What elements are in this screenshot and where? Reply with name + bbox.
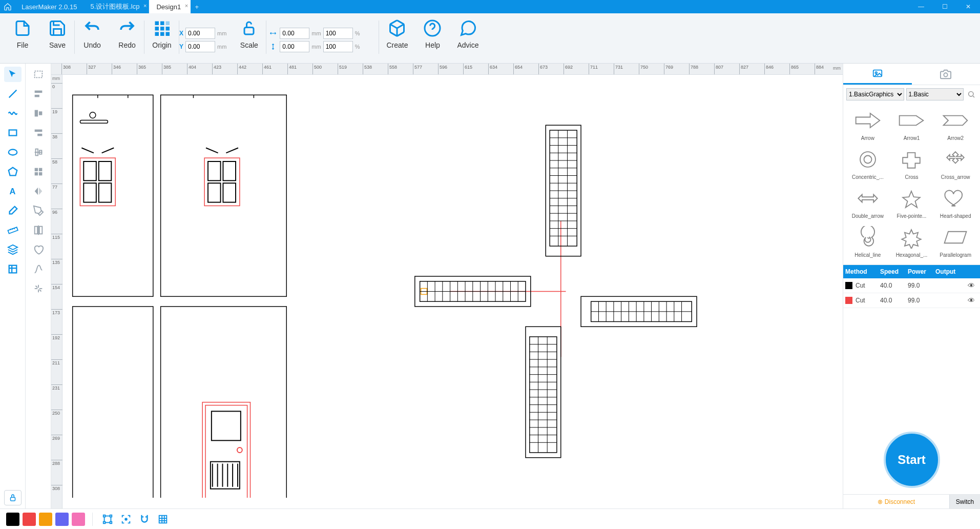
svg-rect-73 — [223, 183, 236, 202]
pen-tool[interactable] — [30, 203, 47, 218]
shape-helical-line[interactable]: Helical_line — [846, 222, 889, 260]
distribute-tool[interactable] — [30, 222, 47, 238]
svg-rect-28 — [34, 110, 37, 117]
tab-file-2[interactable]: Design1 × — [149, 0, 191, 13]
rect-tool[interactable] — [4, 125, 22, 140]
align-tool-2[interactable] — [30, 106, 47, 121]
shape-arrow1[interactable]: Arrow1 — [890, 106, 933, 144]
grid-icon[interactable] — [155, 512, 171, 527]
shape-hexagonal-[interactable]: Hexagonal_... — [890, 222, 933, 260]
lock-button[interactable] — [4, 490, 22, 505]
create-button[interactable]: Create — [379, 16, 415, 63]
measure-tool[interactable] — [4, 222, 22, 238]
trace-tool[interactable] — [30, 261, 47, 277]
bbox-icon[interactable] — [100, 512, 115, 527]
line-tool[interactable] — [4, 86, 22, 101]
polygon-tool[interactable] — [4, 164, 22, 179]
layers-tool[interactable] — [4, 242, 22, 257]
library-tab[interactable] — [843, 64, 912, 85]
eye-icon[interactable]: 👁 — [968, 281, 975, 290]
library-category-1[interactable]: 1.BasicGraphics — [846, 88, 904, 100]
shape-label: Concentric_... — [852, 174, 884, 182]
svg-rect-164 — [110, 515, 112, 517]
tab-add-button[interactable]: + — [191, 3, 203, 11]
shape-heart-shaped[interactable]: Heart-shaped — [934, 184, 977, 221]
align-tool-1[interactable] — [30, 86, 47, 101]
eraser-tool[interactable] — [4, 203, 22, 218]
layer-row[interactable]: Cut40.099.0👁 — [843, 293, 980, 308]
shape-concentric-[interactable]: Concentric_... — [846, 145, 889, 182]
height-input[interactable] — [280, 41, 309, 52]
magnet-icon[interactable] — [137, 512, 152, 527]
close-icon[interactable]: × — [185, 3, 188, 9]
help-icon — [422, 17, 443, 39]
eye-icon[interactable]: 👁 — [968, 296, 975, 304]
ellipse-tool[interactable] — [4, 145, 22, 160]
shape-cross-arrow[interactable]: Cross_arrow — [934, 145, 977, 182]
close-icon[interactable]: × — [143, 3, 147, 9]
group-tool[interactable] — [30, 164, 47, 179]
shape-parallelogram[interactable]: Parallelogram — [934, 222, 977, 260]
shape-library-grid: ArrowArrow1Arrow2Concentric_...CrossCros… — [843, 104, 980, 262]
width-pct-input[interactable] — [323, 28, 353, 39]
text-tool[interactable]: A — [4, 184, 22, 199]
palette-swatch[interactable] — [6, 513, 19, 526]
minimize-button[interactable]: — — [909, 0, 933, 13]
shape-double-arrow[interactable]: Double_arrow — [846, 184, 889, 221]
switch-button[interactable]: Switch — [949, 495, 980, 508]
shape-cross[interactable]: Cross — [890, 145, 933, 182]
search-icon[interactable] — [966, 89, 977, 100]
svg-rect-35 — [34, 168, 37, 171]
select-tool[interactable] — [4, 67, 22, 82]
shape-label: Arrow — [861, 135, 874, 144]
marquee-icon[interactable] — [30, 67, 47, 82]
coord-inputs: Xmm Ymm — [179, 16, 232, 63]
artboard-tool[interactable] — [4, 261, 22, 277]
palette-swatch[interactable] — [72, 513, 85, 526]
camera-tab[interactable] — [912, 64, 981, 85]
start-button[interactable]: Start — [884, 432, 940, 488]
align-tool-4[interactable] — [30, 145, 47, 160]
origin-button[interactable]: Origin — [144, 16, 179, 63]
heart-tool[interactable] — [30, 242, 47, 257]
palette-swatch[interactable] — [23, 513, 36, 526]
svg-rect-36 — [38, 168, 41, 171]
focus-icon[interactable] — [118, 512, 134, 527]
height-pct-input[interactable] — [323, 41, 353, 52]
layer-row[interactable]: Cut40.099.0👁 — [843, 278, 980, 293]
shape-five-pointe-[interactable]: Five-pointe... — [890, 184, 933, 221]
svg-point-167 — [125, 518, 127, 520]
mirror-tool[interactable] — [30, 184, 47, 199]
advice-button[interactable]: Advice — [450, 16, 486, 63]
redo-button[interactable]: Redo — [110, 16, 144, 63]
svg-rect-168 — [159, 515, 167, 523]
main-toolbar: File Save Undo Redo Origin Xmm Ymm Scale… — [0, 13, 980, 64]
help-button[interactable]: Help — [415, 16, 450, 63]
shape-arrow2[interactable]: Arrow2 — [934, 106, 977, 144]
svg-rect-8 — [166, 32, 170, 36]
tab-file-1[interactable]: 5.设计图模板.lcp × — [83, 0, 149, 13]
scale-button[interactable]: Scale — [232, 16, 266, 63]
save-button[interactable]: Save — [40, 16, 75, 63]
canvas[interactable] — [62, 75, 843, 508]
svg-rect-89 — [526, 327, 561, 457]
shape-thumb-icon — [893, 222, 929, 252]
width-input[interactable] — [280, 28, 309, 39]
spark-tool[interactable] — [30, 281, 47, 296]
svg-rect-12 — [9, 130, 16, 136]
file-button[interactable]: File — [5, 16, 40, 63]
palette-swatch[interactable] — [55, 513, 69, 526]
x-input[interactable] — [185, 28, 215, 39]
library-category-2[interactable]: 1.Basic — [906, 88, 964, 100]
y-input[interactable] — [185, 41, 215, 52]
maximize-button[interactable]: ☐ — [933, 0, 956, 13]
palette-swatch[interactable] — [39, 513, 52, 526]
shape-arrow[interactable]: Arrow — [846, 106, 889, 144]
align-tool-3[interactable] — [30, 125, 47, 140]
shape-thumb-icon — [937, 145, 973, 174]
disconnect-status[interactable]: ⊗Disconnect — [843, 495, 949, 508]
home-icon[interactable] — [0, 3, 15, 11]
close-button[interactable]: ✕ — [956, 0, 980, 13]
curve-tool[interactable] — [4, 106, 22, 121]
undo-button[interactable]: Undo — [75, 16, 110, 63]
